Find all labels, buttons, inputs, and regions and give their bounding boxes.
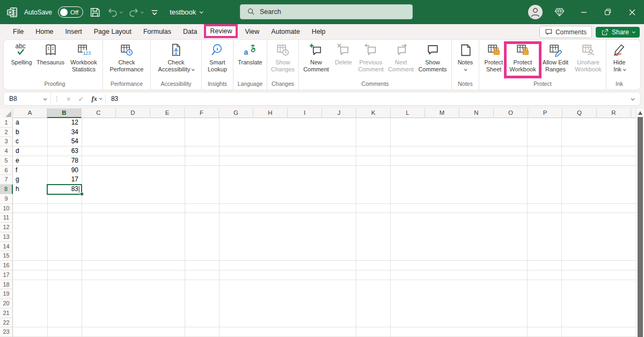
column-header-n[interactable]: N (459, 108, 494, 118)
row-header-18[interactable]: 18 (0, 280, 13, 290)
smart-lookup-button[interactable]: SmartLookup (203, 40, 231, 73)
column-header-a[interactable]: A (13, 108, 47, 118)
protect-sheet-button[interactable]: ProtectSheet (481, 40, 507, 73)
row-header-1[interactable]: 1 (0, 118, 13, 128)
namebox-drag-handle[interactable]: ⋮ (51, 95, 63, 102)
minimize-button[interactable] (572, 0, 596, 24)
cell-b7[interactable]: 17 (47, 175, 82, 185)
check-accessibility-button[interactable]: CheckAccessibility (152, 40, 200, 73)
account-button[interactable] (523, 0, 547, 24)
row-header-17[interactable]: 17 (0, 270, 13, 280)
search-input[interactable]: Search (240, 4, 413, 19)
cell-b5[interactable]: 78 (47, 156, 82, 166)
tab-view[interactable]: View (239, 25, 265, 38)
scroll-up-icon[interactable] (638, 111, 642, 115)
enter-icon[interactable]: ✓ (75, 95, 88, 103)
tab-formulas[interactable]: Formulas (137, 25, 177, 38)
selected-cell-b8[interactable] (47, 184, 82, 195)
spelling-button[interactable]: abcSpelling (9, 40, 34, 66)
row-header-3[interactable]: 3 (0, 137, 13, 146)
column-header-d[interactable]: D (116, 108, 150, 118)
tab-page-layout[interactable]: Page Layout (88, 25, 137, 38)
row-header-8[interactable]: 8 (0, 185, 13, 194)
comments-button[interactable]: Comments (539, 26, 592, 38)
insert-function-button[interactable]: fx (88, 95, 105, 103)
allow-edit-ranges-button[interactable]: Allow EditRanges (539, 40, 572, 73)
row-header-20[interactable]: 20 (0, 299, 13, 309)
row-header-9[interactable]: 9 (0, 194, 13, 204)
column-header-e[interactable]: E (150, 108, 185, 118)
row-header-12[interactable]: 12 (0, 223, 13, 232)
cell-a6[interactable]: f (13, 166, 47, 175)
row-header-16[interactable]: 16 (0, 261, 13, 270)
cell-a4[interactable]: d (13, 146, 47, 156)
column-header-g[interactable]: G (219, 108, 253, 118)
tab-automate[interactable]: Automate (265, 25, 306, 38)
tab-home[interactable]: Home (30, 25, 59, 38)
row-header-22[interactable]: 22 (0, 318, 13, 328)
check-performance-button[interactable]: CheckPerformance (105, 40, 149, 73)
cell-a5[interactable]: e (13, 156, 47, 166)
tab-insert[interactable]: Insert (60, 25, 88, 38)
column-header-p[interactable]: P (528, 108, 562, 118)
hide-ink-button[interactable]: HideInk (608, 40, 631, 73)
column-header-c[interactable]: C (82, 108, 116, 118)
row-header-11[interactable]: 11 (0, 213, 13, 223)
column-header-o[interactable]: O (494, 108, 528, 118)
column-header-m[interactable]: M (425, 108, 459, 118)
tab-file[interactable]: File (7, 25, 30, 38)
cell-a2[interactable]: b (13, 128, 47, 137)
cell-a7[interactable]: g (13, 175, 47, 185)
cell-b6[interactable]: 90 (47, 166, 82, 175)
column-header-j[interactable]: J (322, 108, 356, 118)
formula-input[interactable]: 83 (106, 95, 631, 102)
cell-a8[interactable]: h (13, 185, 47, 194)
row-header-7[interactable]: 7 (0, 175, 13, 185)
fill-handle[interactable] (80, 193, 83, 195)
row-header-19[interactable]: 19 (0, 289, 13, 299)
column-header-i[interactable]: I (288, 108, 322, 118)
column-header-h[interactable]: H (253, 108, 288, 118)
undo-button[interactable] (107, 6, 122, 18)
customize-quick-access-icon[interactable] (149, 6, 160, 18)
cell-b1[interactable]: 12 (47, 118, 82, 128)
autosave-toggle[interactable]: Off (58, 6, 83, 18)
column-header-b[interactable]: B (47, 108, 82, 118)
cancel-icon[interactable]: × (63, 95, 75, 103)
row-header-5[interactable]: 5 (0, 156, 13, 166)
cell-b2[interactable]: 34 (47, 128, 82, 137)
row-header-23[interactable]: 23 (0, 327, 13, 337)
column-header-r[interactable]: R (597, 108, 631, 118)
row-header-21[interactable]: 21 (0, 309, 13, 318)
workbook-title[interactable]: testbook (170, 8, 202, 16)
diamond-button[interactable] (547, 0, 572, 24)
workbook-statistics-button[interactable]: 123WorkbookStatistics (67, 40, 101, 73)
select-all-corner[interactable] (0, 108, 13, 118)
row-header-2[interactable]: 2 (0, 128, 13, 137)
name-box[interactable]: B8 (4, 92, 51, 105)
formula-bar-expand-icon[interactable] (631, 97, 635, 100)
restore-button[interactable] (596, 0, 620, 24)
row-header-13[interactable]: 13 (0, 232, 13, 242)
column-header-f[interactable]: F (185, 108, 219, 118)
show-comments-button[interactable]: ShowComments (415, 40, 450, 73)
row-header-15[interactable]: 15 (0, 251, 13, 261)
column-header-q[interactable]: Q (562, 108, 597, 118)
cell-a1[interactable]: a (13, 118, 47, 128)
translate-button[interactable]: aTranslate (235, 40, 265, 66)
row-header-10[interactable]: 10 (0, 204, 13, 214)
redo-button[interactable] (128, 6, 143, 18)
save-icon[interactable] (89, 6, 101, 18)
protect-workbook-button[interactable]: ProtectWorkbook (507, 40, 539, 73)
row-header-6[interactable]: 6 (0, 166, 13, 175)
thesaurus-button[interactable]: Thesaurus (34, 40, 67, 66)
vertical-scrollbar[interactable] (636, 108, 644, 337)
row-header-4[interactable]: 4 (0, 146, 13, 156)
tab-help[interactable]: Help (306, 25, 332, 38)
share-button[interactable]: Share (596, 27, 640, 38)
tab-data[interactable]: Data (177, 25, 203, 38)
close-button[interactable] (620, 0, 644, 24)
cell-a3[interactable]: c (13, 137, 47, 146)
scrollbar-thumb[interactable] (638, 117, 643, 337)
new-comment-button[interactable]: NewComment (301, 40, 332, 73)
